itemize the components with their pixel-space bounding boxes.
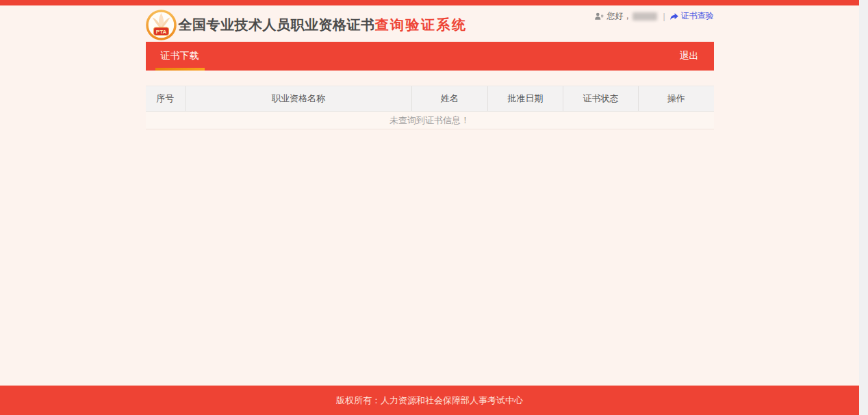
col-name: 姓名	[412, 86, 488, 112]
site-title-main: 全国专业技术人员职业资格证书	[179, 17, 375, 32]
certificate-verify-link[interactable]: 证书查验	[669, 10, 714, 22]
table-container: 序号 职业资格名称 姓名 批准日期 证书状态 操作 未查询到证书信息！	[146, 86, 714, 129]
empty-state-row: 未查询到证书信息！	[146, 112, 714, 129]
user-bar: 您好， | 证书查验	[594, 10, 713, 22]
user-name-redacted	[633, 12, 657, 21]
header: PTA 全国专业技术人员职业资格证书查询验证系统 您好，	[146, 5, 714, 42]
page: PTA 全国专业技术人员职业资格证书查询验证系统 您好，	[0, 0, 868, 415]
col-approval-date: 批准日期	[488, 86, 563, 112]
active-tab-indicator	[155, 68, 205, 71]
footer: 版权所有：人力资源和社会保障部人事考试中心	[0, 386, 859, 415]
col-qualification-name: 职业资格名称	[186, 86, 412, 112]
table-header-row: 序号 职业资格名称 姓名 批准日期 证书状态 操作	[146, 86, 714, 112]
tab-certificate-download[interactable]: 证书下载	[155, 42, 205, 71]
col-certificate-status: 证书状态	[563, 86, 639, 112]
site-title-accent: 查询验证系统	[375, 17, 468, 32]
col-serial-number: 序号	[146, 86, 186, 112]
divider: |	[663, 12, 665, 21]
main-nav: 证书下载 退出	[146, 42, 714, 71]
certificate-table: 序号 职业资格名称 姓名 批准日期 证书状态 操作 未查询到证书信息！	[146, 86, 714, 129]
col-action: 操作	[639, 86, 714, 112]
greeting-text: 您好，	[607, 10, 631, 22]
scrollbar-track[interactable]	[859, 0, 868, 415]
logout-button[interactable]: 退出	[665, 42, 714, 71]
copyright-text: 版权所有：人力资源和社会保障部人事考试中心	[336, 394, 523, 407]
pta-logo-icon: PTA	[146, 10, 177, 40]
logo-text: PTA	[155, 29, 166, 35]
page-title: 全国专业技术人员职业资格证书查询验证系统	[179, 16, 468, 34]
nav-spacer	[205, 42, 665, 71]
top-accent-bar	[0, 0, 859, 5]
empty-message: 未查询到证书信息！	[146, 112, 714, 129]
share-arrow-icon	[669, 12, 679, 21]
tab-label: 证书下载	[161, 50, 199, 62]
verify-link-label: 证书查验	[681, 10, 714, 22]
user-icon	[594, 12, 604, 21]
